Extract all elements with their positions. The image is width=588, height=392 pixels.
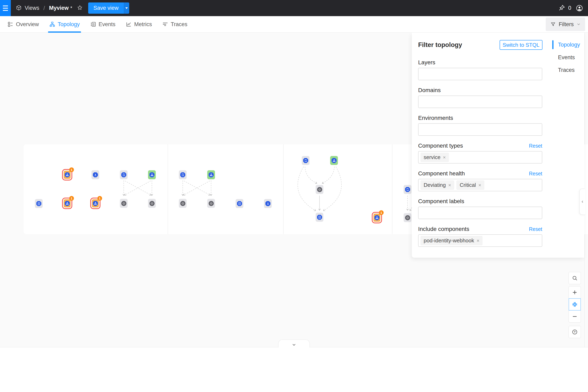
fit-to-screen-button[interactable]: [568, 298, 581, 310]
tab-overview[interactable]: Overview: [7, 16, 40, 33]
component-labels-input[interactable]: [418, 206, 542, 219]
star-icon[interactable]: [77, 5, 83, 12]
canvas-column-divider: [392, 144, 392, 234]
chip-label: Critical: [460, 182, 476, 188]
tab-label: Traces: [171, 21, 188, 28]
filter-section-domains: Domains: [418, 87, 542, 108]
overview-icon: [7, 21, 14, 27]
tab-topology[interactable]: Topology: [49, 16, 80, 33]
chip-label: service: [424, 154, 440, 160]
environments-input[interactable]: [418, 123, 542, 136]
reset-link[interactable]: Reset: [529, 171, 542, 176]
helm-icon: [405, 215, 410, 220]
save-view-label[interactable]: Save view: [88, 2, 124, 14]
topology-node-sitemap-green[interactable]: [148, 170, 156, 179]
save-view-button[interactable]: Save view: [88, 2, 129, 14]
list-icon: [237, 201, 242, 206]
switch-to-stql-button[interactable]: Switch to STQL: [500, 40, 542, 50]
cube-icon: [16, 5, 22, 12]
caret-down-icon: [125, 7, 128, 9]
topology-node-person-gray[interactable]: [92, 170, 99, 179]
filters-button[interactable]: Filters: [546, 18, 585, 31]
filter-section-component-health: Component healthResetDeviating×Critical×: [418, 170, 542, 191]
chip-remove-icon[interactable]: ×: [443, 154, 446, 160]
chip-label: pod-identity-webhook: [424, 238, 474, 244]
funnel-icon: [550, 22, 556, 27]
topology-node-list-gray[interactable]: [316, 213, 324, 222]
zoom-in-button[interactable]: [568, 286, 581, 298]
reset-link[interactable]: Reset: [529, 226, 542, 232]
topology-node-sitemap-green[interactable]: [330, 156, 338, 165]
tab-metrics[interactable]: Metrics: [125, 16, 152, 33]
topology-node-sync-gray[interactable]: [302, 156, 310, 165]
topbar-right-group: 0: [558, 4, 583, 12]
chip-remove-icon[interactable]: ×: [478, 182, 481, 188]
domains-input[interactable]: [418, 96, 542, 108]
topology-node-person-gray[interactable]: [264, 199, 272, 208]
topology-node-sitemap-warning[interactable]: 1: [92, 199, 99, 208]
panel-title: Filter topology: [418, 41, 462, 48]
hamburger-menu-button[interactable]: [0, 0, 11, 16]
sitemap-icon: [150, 172, 154, 178]
component-health-input[interactable]: Deviating×Critical×: [418, 179, 542, 191]
topology-node-sitemap-warning[interactable]: 1: [64, 171, 71, 179]
tab-label: Events: [98, 21, 116, 28]
reset-link[interactable]: Reset: [529, 143, 542, 149]
person-icon: [93, 172, 98, 178]
tab-label: Metrics: [134, 21, 152, 28]
filter-section-include-components: Include componentsResetpod-identity-webh…: [418, 226, 542, 247]
topology-node-helm-gray[interactable]: [207, 199, 215, 208]
tab-bar: OverviewTopologyEventsMetricsTraces Filt…: [0, 16, 588, 33]
tab-events[interactable]: Events: [90, 16, 116, 33]
search-button[interactable]: [568, 272, 581, 284]
breadcrumb-view-name[interactable]: Myview: [49, 5, 68, 11]
help-button[interactable]: [568, 326, 581, 338]
topology-icon: [49, 21, 55, 27]
sitemap-icon: [332, 158, 337, 163]
app-root: Views / Myview * Save view 0 OverviewTop…: [0, 0, 588, 392]
topology-node-sitemap-warning[interactable]: 1: [374, 214, 380, 222]
alert-count-badge: 1: [69, 196, 74, 201]
component-types-input[interactable]: service×: [418, 151, 542, 164]
filter-section-component-labels: Component labels: [418, 198, 542, 219]
panel-nav-topology[interactable]: Topology: [552, 40, 584, 49]
pin-icon[interactable]: [558, 4, 565, 12]
breadcrumb-views-link[interactable]: Views: [25, 5, 40, 11]
chip-remove-icon[interactable]: ×: [476, 238, 480, 244]
topology-node-list-gray[interactable]: [35, 199, 43, 208]
topology-node-helm-gray[interactable]: [148, 199, 156, 208]
topology-node-helm-gray[interactable]: [404, 213, 412, 222]
topology-node-helm-gray[interactable]: [316, 185, 324, 194]
timeline-panel: [0, 347, 588, 392]
filter-section-environments: Environments: [418, 115, 542, 136]
include-components-input[interactable]: pod-identity-webhook×: [418, 234, 542, 247]
tab-traces[interactable]: Traces: [162, 16, 188, 33]
list-icon: [317, 215, 322, 220]
topology-node-sync-gray[interactable]: [404, 185, 412, 194]
pin-count: 0: [568, 5, 571, 11]
panel-collapse-handle[interactable]: [580, 189, 585, 215]
alert-count-badge: 1: [379, 210, 384, 215]
topology-node-sync-gray[interactable]: [179, 170, 186, 179]
panel-nav-events[interactable]: Events: [552, 53, 584, 62]
panel-side-nav: TopologyEventsTraces: [552, 40, 584, 74]
events-icon: [90, 21, 96, 27]
chip-remove-icon[interactable]: ×: [448, 182, 451, 188]
topology-node-list-gray[interactable]: [236, 199, 243, 208]
avatar[interactable]: [576, 4, 583, 12]
zoom-out-button[interactable]: [568, 310, 581, 322]
metrics-icon: [126, 21, 132, 27]
panel-nav-traces[interactable]: Traces: [552, 66, 584, 74]
topology-node-sitemap-green[interactable]: [207, 170, 215, 179]
topology-node-sitemap-warning[interactable]: 1: [64, 199, 71, 208]
section-label: Component types: [418, 142, 463, 149]
topology-node-helm-gray[interactable]: [179, 199, 186, 208]
layers-input[interactable]: [418, 68, 542, 80]
sitemap-icon: [209, 172, 214, 178]
topology-node-sync-gray[interactable]: [120, 170, 128, 179]
timeline-collapse-tab[interactable]: [278, 340, 310, 348]
topology-node-helm-gray[interactable]: [120, 199, 128, 208]
helm-icon: [317, 187, 322, 192]
section-label: Component health: [418, 170, 465, 177]
save-view-dropdown-arrow[interactable]: [124, 2, 129, 14]
